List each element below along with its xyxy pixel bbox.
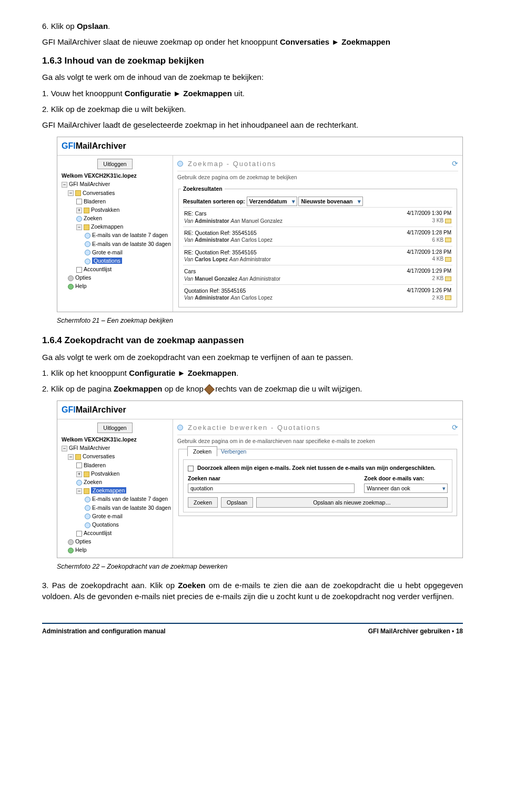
breadcrumb: Conversaties ► Zoekmappen — [280, 37, 390, 46]
searchfolder-icon — [85, 522, 90, 528]
tree-grote[interactable]: Grote e-mail — [60, 512, 169, 520]
logo-mail: MailArchiver — [76, 404, 126, 416]
tree-zoekmappen[interactable]: −Zoekmappen — [60, 486, 169, 495]
tree-help[interactable]: Help — [60, 546, 169, 554]
tree-quotations[interactable]: Quotations — [60, 520, 169, 529]
tree-zoeken[interactable]: Zoeken — [60, 214, 169, 222]
p164-step2: 2. Klik op de pagina Zoekmappen op de kn… — [42, 384, 463, 394]
logout-button[interactable]: Uitloggen — [97, 423, 132, 433]
p163-step1: 1. Vouw het knooppunt Configuratie ► Zoe… — [42, 88, 463, 99]
text: op de knop — [162, 384, 206, 393]
label: Help — [75, 547, 87, 553]
tree-emails7[interactable]: E-mails van de laatste 7 dagen — [60, 495, 169, 503]
tree-quotations[interactable]: Quotations — [60, 256, 169, 265]
mail-row[interactable]: RE: CarsVan Administrator Aan Manuel Gon… — [183, 207, 452, 227]
search-for-label: Zoeken naar — [188, 475, 355, 482]
legend: Zoekresultaten — [181, 185, 225, 192]
search-input[interactable]: quotation — [188, 484, 355, 493]
mail-subject: RE: Quotation Ref: 35545165 — [184, 249, 407, 256]
plus-icon: + — [76, 208, 82, 213]
text: . — [236, 368, 238, 377]
tree-accountlijst[interactable]: Accountlijst — [60, 529, 169, 537]
mail-row[interactable]: Quotation Ref: 35545165Van Administrator… — [183, 284, 452, 304]
search-icon — [177, 161, 183, 167]
opslaan-label: Opslaan — [77, 22, 108, 30]
envelope-icon — [445, 276, 451, 281]
label: Zoeken — [84, 479, 102, 485]
tree-postvakken[interactable]: +Postvakken — [60, 205, 169, 214]
page-icon — [76, 199, 82, 204]
folder-icon — [84, 208, 89, 213]
tree-help[interactable]: Help — [60, 282, 169, 290]
tree-emails30[interactable]: E-mails van de laatste 30 dagen — [60, 503, 169, 512]
mail-size: 3 KB — [407, 217, 451, 224]
searchfolder-icon — [85, 505, 90, 511]
footer-left: Administration and configuration manual — [42, 627, 166, 635]
tree-bladeren[interactable]: Bladeren — [60, 197, 169, 205]
sort-field-dropdown[interactable]: Verzenddatum — [247, 197, 297, 206]
refresh-icon[interactable]: ⟳ — [452, 159, 458, 169]
label: Quotations — [92, 521, 119, 528]
caption-22: Schermfoto 22 – Zoekopdracht van de zoek… — [57, 562, 463, 571]
tree-grote[interactable]: Grote e-mail — [60, 248, 169, 256]
mail-date: 4/17/2009 1:26 PM — [407, 287, 451, 294]
label: GFI MailArchiver — [69, 181, 110, 187]
caption-21: Schermfoto 21 – Een zoekmap bekijken — [57, 316, 463, 325]
refresh-icon[interactable]: ⟳ — [452, 423, 458, 433]
logout-button[interactable]: Uitloggen — [97, 159, 132, 169]
logo-bar: GFIMailArchiver — [57, 137, 462, 156]
page-icon — [76, 531, 82, 537]
search-panel: Zoeken Verbergen Doorzoek alleen mijn ei… — [178, 449, 457, 516]
help-icon — [68, 284, 74, 290]
mail-row[interactable]: RE: Quotation Ref: 35545165Van Carlos Lo… — [183, 246, 452, 265]
mail-size: 2 KB — [407, 294, 451, 302]
zoeken-button[interactable]: Zoeken — [188, 497, 218, 508]
footer-right: GFI MailArchiver gebruiken • 18 — [368, 627, 463, 635]
text: 3. Pas de zoekopdracht aan. Klik op — [42, 581, 178, 590]
tree-zoekmappen[interactable]: −Zoekmappen — [60, 222, 169, 231]
tree-accountlijst[interactable]: Accountlijst — [60, 265, 169, 273]
tree-emails30[interactable]: E-mails van de laatste 30 dagen — [60, 240, 169, 248]
minus-icon: − — [62, 446, 67, 451]
tree-root[interactable]: −GFI MailArchiver — [60, 180, 169, 188]
search-icon — [76, 216, 82, 222]
sort-label: Resultaten sorteren op: — [183, 198, 245, 204]
tree-root[interactable]: −GFI MailArchiver — [60, 444, 169, 452]
minus-icon: − — [68, 454, 74, 460]
search-inner: Doorzoek alleen mijn eigen e-mails. Zoek… — [183, 459, 452, 512]
sort-order-dropdown[interactable]: Nieuwste bovenaan — [298, 197, 362, 206]
mail-row[interactable]: CarsVan Manuel Gonzalez Aan Administrato… — [183, 265, 452, 284]
p164-step1: 1. Klik op het knooppunt Configuratie ► … — [42, 368, 463, 378]
tab-zoeken[interactable]: Zoeken — [187, 446, 217, 456]
screenshot-22: GFIMailArchiver Uitloggen Welkom VEXCH2K… — [57, 400, 463, 558]
label: Postvakken — [91, 470, 119, 477]
mail-size: 2 KB — [407, 275, 451, 282]
label-selected: Quotations — [92, 258, 122, 264]
verbergen-link[interactable]: Verbergen — [221, 448, 246, 455]
opslaan-als-button[interactable]: Opslaan als nieuwe zoekmap… — [256, 497, 448, 508]
label: E-mails van de laatste 30 dagen — [92, 241, 171, 247]
mail-subject: RE: Quotation Ref: 35545165 — [184, 229, 407, 237]
folder-icon — [84, 471, 89, 477]
sort-row: Resultaten sorteren op: Verzenddatum Nie… — [183, 196, 452, 207]
label: E-mails van de laatste 7 dagen — [92, 496, 168, 502]
mail-subject: Quotation Ref: 35545165 — [184, 287, 407, 294]
tree-opties[interactable]: Opties — [60, 273, 169, 282]
tree-conversaties[interactable]: −Conversaties — [60, 189, 169, 197]
tree-postvakken[interactable]: +Postvakken — [60, 469, 169, 478]
mail-row[interactable]: RE: Quotation Ref: 35545165Van Administr… — [183, 227, 452, 246]
text: 1. Klik op het knooppunt — [42, 368, 129, 377]
tree-emails7[interactable]: E-mails van de laatste 7 dagen — [60, 231, 169, 239]
opslaan-button[interactable]: Opslaan — [221, 497, 253, 508]
minus-icon: − — [76, 488, 82, 494]
tree-zoeken[interactable]: Zoeken — [60, 478, 169, 486]
own-emails-checkbox[interactable] — [188, 466, 194, 471]
tree-bladeren[interactable]: Bladeren — [60, 461, 169, 469]
date-range-dropdown[interactable]: Wanneer dan ook — [364, 484, 448, 493]
tree-opties[interactable]: Opties — [60, 537, 169, 546]
label: Zoekmappen — [91, 223, 123, 230]
mail-size: 4 KB — [407, 255, 451, 263]
logo-mail: MailArchiver — [76, 140, 126, 152]
tree-conversaties[interactable]: −Conversaties — [60, 452, 169, 460]
heading-163: 1.6.3 Inhoud van de zoekmap bekijken — [42, 55, 463, 67]
